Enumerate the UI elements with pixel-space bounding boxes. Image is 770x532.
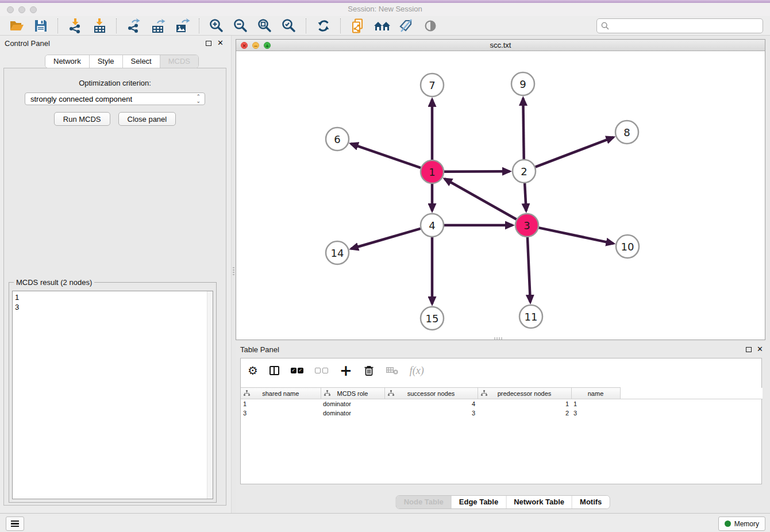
- graph-node-label: 14: [331, 247, 344, 259]
- add-column-icon[interactable]: +: [340, 363, 352, 378]
- criterion-selected-value: strongly connected component: [30, 95, 132, 103]
- tab-edge-table[interactable]: Edge Table: [452, 496, 506, 508]
- tab-style[interactable]: Style: [90, 55, 123, 68]
- graph-node-label: 11: [525, 311, 538, 323]
- cell-predecessor-nodes[interactable]: 2: [478, 408, 571, 418]
- control-panel: Control Panel ✕ Network Style Select MCD…: [0, 36, 231, 513]
- graph-edge-1-2[interactable]: [444, 171, 510, 172]
- tab-select[interactable]: Select: [123, 55, 160, 68]
- toolbar-separator: [199, 18, 200, 33]
- close-panel-icon[interactable]: ✕: [217, 38, 224, 47]
- tab-network[interactable]: Network: [45, 55, 90, 68]
- delete-table-icon: [386, 363, 398, 378]
- toggle-visibility-icon[interactable]: [421, 17, 440, 34]
- cell-successor-nodes[interactable]: 4: [384, 399, 478, 409]
- float-table-panel-icon[interactable]: [746, 347, 752, 352]
- table-row[interactable]: 1 dominator 4 1 1: [241, 399, 763, 409]
- table-panel-title: Table Panel: [240, 345, 279, 354]
- graph-edge-3-1[interactable]: [445, 179, 517, 219]
- delete-column-icon[interactable]: [364, 363, 374, 378]
- network-title: scc.txt: [236, 41, 765, 49]
- result-line: 3: [15, 302, 210, 312]
- graph-edge-4-14[interactable]: [351, 229, 421, 249]
- memory-button[interactable]: Memory: [718, 516, 765, 531]
- zoom-selected-icon[interactable]: [280, 17, 298, 34]
- graph-node-label: 6: [334, 133, 340, 145]
- table-options-gear-icon[interactable]: ⚙: [248, 363, 258, 378]
- column-type-icon: [481, 390, 487, 396]
- column-header-predecessor-nodes[interactable]: predecessor nodes: [478, 388, 571, 399]
- toolbar-separator: [57, 18, 59, 33]
- control-panel-tabs: Network Style Select MCDS: [45, 55, 199, 68]
- export-table-icon[interactable]: [149, 17, 167, 34]
- cell-shared-name[interactable]: 3: [241, 408, 321, 418]
- toolbar-separator: [306, 18, 307, 33]
- select-all-columns-icon[interactable]: ✓✓: [291, 363, 303, 378]
- cell-successor-nodes[interactable]: 3: [384, 408, 478, 418]
- mcds-result-textarea[interactable]: 1 3: [12, 291, 213, 499]
- search-icon: [601, 22, 609, 30]
- search-input[interactable]: [611, 21, 759, 30]
- graph-edge-3-10[interactable]: [539, 228, 614, 243]
- export-network-icon[interactable]: [125, 17, 143, 34]
- tab-node-table[interactable]: Node Table: [396, 496, 452, 508]
- float-panel-icon[interactable]: [206, 41, 211, 46]
- window-titlebar: Session: New Session: [0, 0, 770, 17]
- node-table-container: ⚙ ✓✓ + f(x) shared name MCDS rol: [240, 358, 762, 484]
- table-panel-tabs: Node Table Edge Table Network Table Moti…: [396, 495, 610, 509]
- network-window: ✕ − + scc.txt 1234678910111415: [236, 39, 765, 340]
- zoom-in-icon[interactable]: [207, 17, 226, 34]
- graph-node-label: 9: [519, 78, 526, 90]
- save-session-icon[interactable]: [32, 17, 50, 34]
- import-network-icon[interactable]: [66, 17, 84, 34]
- cell-filler: [620, 408, 763, 418]
- graph-edge-3-11[interactable]: [528, 237, 530, 302]
- zoom-fit-icon[interactable]: [256, 17, 274, 34]
- network-canvas[interactable]: 1234678910111415: [236, 51, 765, 340]
- cell-mcds-role[interactable]: dominator: [321, 408, 384, 418]
- optimization-criterion-label: Optimization criterion:: [4, 79, 226, 87]
- tab-network-table[interactable]: Network Table: [506, 496, 572, 508]
- column-type-icon: [388, 390, 394, 396]
- graph-node-label: 4: [429, 219, 435, 232]
- first-neighbors-icon[interactable]: [373, 17, 391, 34]
- result-scrollbar[interactable]: [207, 291, 213, 499]
- cell-name[interactable]: 1: [571, 399, 620, 409]
- import-table-icon[interactable]: [90, 17, 109, 34]
- select-stepper-icon: ⌃⌄: [196, 94, 201, 103]
- column-header-mcds-role[interactable]: MCDS role: [321, 388, 384, 399]
- column-header-name[interactable]: name: [571, 388, 620, 399]
- toggle-labels-icon[interactable]: [397, 17, 415, 34]
- zoom-out-icon[interactable]: [232, 17, 250, 34]
- function-builder-icon: f(x): [410, 363, 424, 378]
- network-window-titlebar[interactable]: ✕ − + scc.txt: [236, 40, 765, 51]
- cell-name[interactable]: 3: [571, 408, 620, 418]
- horizontal-splitter-grip[interactable]: [494, 337, 502, 340]
- graph-edge-2-8[interactable]: [536, 137, 614, 167]
- graph-edge-2-3[interactable]: [525, 183, 526, 211]
- export-image-icon[interactable]: [173, 17, 191, 34]
- clone-network-icon[interactable]: [349, 17, 367, 34]
- tab-motifs[interactable]: Motifs: [572, 496, 609, 508]
- refresh-view-icon[interactable]: [314, 17, 333, 34]
- memory-status-icon: [725, 521, 731, 527]
- column-header-successor-nodes[interactable]: successor nodes: [384, 388, 478, 399]
- cell-predecessor-nodes[interactable]: 1: [478, 399, 571, 409]
- table-panel: Table Panel ✕ ⚙ ✓✓ + f(x): [236, 342, 770, 513]
- graph-edge-2-9[interactable]: [523, 98, 523, 159]
- show-columns-icon[interactable]: [270, 363, 279, 378]
- tab-mcds[interactable]: MCDS: [160, 55, 198, 68]
- cell-mcds-role[interactable]: dominator: [321, 399, 384, 409]
- table-row[interactable]: 3 dominator 3 2 3: [241, 408, 763, 418]
- run-mcds-button[interactable]: Run MCDS: [54, 112, 110, 126]
- show-log-button[interactable]: [6, 516, 24, 531]
- search-box[interactable]: [596, 18, 763, 33]
- close-panel-button[interactable]: Close panel: [118, 112, 176, 126]
- close-table-panel-icon[interactable]: ✕: [757, 345, 763, 353]
- graph-edge-1-6[interactable]: [351, 144, 421, 168]
- unselect-all-columns-icon[interactable]: [315, 363, 328, 378]
- column-header-shared-name[interactable]: shared name: [241, 388, 321, 399]
- cell-shared-name[interactable]: 1: [241, 399, 321, 409]
- open-session-icon[interactable]: [7, 17, 26, 34]
- optimization-criterion-select[interactable]: strongly connected component ⌃⌄: [25, 92, 205, 105]
